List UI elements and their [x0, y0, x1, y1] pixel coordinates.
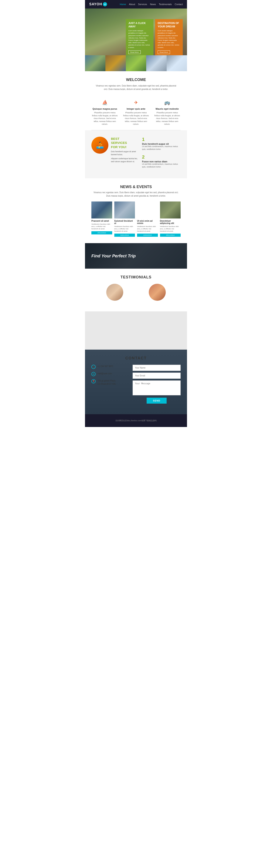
feature-1-text: Phasellus posuere metus finibus nulla fe…: [91, 112, 118, 126]
news-text-3: Vestibulum faucibus nibh arcu, a efficit…: [137, 225, 158, 232]
contact-section: CONTACT 📞 +1 234 567 9871 ✉ mail@user.co…: [85, 350, 187, 410]
hero-card-2: DESTINATION OF YOUR DREAM Cum sociis nat…: [155, 19, 183, 55]
news-img-4: [160, 202, 181, 218]
services-left: 🚣 BEST SERVICES FOR YOU! Duis hendrerit …: [91, 137, 138, 172]
contact-phone: +1 234 567 9871: [97, 365, 113, 368]
hero-card-2-title: DESTINATION OF YOUR DREAM: [158, 22, 180, 28]
feature-2-text: Phasellus posuere metus finibus nulla fe…: [123, 112, 150, 126]
news-card-2: Suismod tincidunt ut Vestibulum faucibus…: [114, 202, 135, 237]
nav-links: Home About Services News Testimonials Co…: [120, 3, 183, 6]
contact-name-input[interactable]: [132, 365, 181, 371]
feature-1: ⛵ Quisque magna purus Phasellus posuere …: [91, 99, 118, 126]
service-item-1: 1 Duis hendrerit augue sit Ut sed felis …: [142, 137, 181, 151]
photo-3: [126, 55, 146, 71]
nav-testimonials[interactable]: Testimonials: [159, 3, 172, 5]
welcome-title: WELCOME: [93, 78, 179, 82]
nav-about[interactable]: About: [129, 3, 135, 5]
send-row: SEND: [132, 398, 181, 404]
hero-card-1-button[interactable]: Read More: [128, 50, 141, 54]
find-trip-heading: Find Your Perfect Trip: [91, 253, 136, 258]
news-text-2: Vestibulum faucibus nibh arcu, a efficit…: [114, 225, 135, 232]
news-img-3: [137, 202, 158, 218]
navbar: SAYOH at Home About Services News Testim…: [85, 0, 187, 8]
feature-3-title: Mauris eget molestie: [154, 107, 181, 110]
welcome-section: WELCOME Vivamus nec egestas sem. Duis li…: [85, 71, 187, 95]
news-title: NEWS & EVENTS: [91, 185, 181, 189]
gray-section: [85, 311, 187, 350]
contact-title: CONTACT: [91, 356, 181, 361]
testimonial-avatar-1: [106, 284, 123, 301]
news-card-3: Ut wisi enim ad minim Vestibulum faucibu…: [137, 202, 158, 237]
news-card-4: Deectetuer adipiscing elit Vestibulum fa…: [160, 202, 181, 237]
contact-address-item: 📍 756 gt globel Place, CD-Road,M 07 435.: [91, 379, 128, 385]
news-date-2[interactable]: 03/01/2014: [114, 234, 135, 237]
contact-address: 756 gt globel Place, CD-Road,M 07 435.: [97, 379, 116, 385]
feature-2-title: Integer quis ante: [123, 107, 150, 110]
nav-home[interactable]: Home: [120, 3, 126, 5]
hero-card-2-button[interactable]: Read More: [158, 50, 170, 54]
news-img-1: [91, 202, 112, 218]
email-icon: ✉: [91, 372, 96, 376]
news-title-1: Praesent sit amet: [91, 220, 112, 222]
services-right: 1 Duis hendrerit augue sit Ut sed felis …: [142, 137, 181, 172]
testimonials-section: TESTIMONIALS: [85, 269, 187, 311]
footer: 访问网页社区bbs.zhenloo.com免费下载精品源码: [85, 414, 187, 427]
nav-services[interactable]: Services: [138, 3, 147, 5]
nav-news[interactable]: News: [150, 3, 156, 5]
boat-icon: ⛵: [100, 99, 109, 106]
testimonial-avatars: [91, 284, 181, 301]
contact-dark-bg: CONTACT 📞 +1 234 567 9871 ✉ mail@user.co…: [85, 350, 187, 414]
service-text-2: Ut sed felis condimentum, maximus metus …: [142, 163, 181, 168]
services-desc2: Aliquam scelerisque lacinia leo, sed rut…: [111, 157, 138, 163]
hero-card-1: JUST A CLICK AWAY Cum sociis natoque pen…: [126, 19, 153, 55]
plane-icon: ✈: [132, 99, 140, 106]
contact-form: SEND: [132, 365, 181, 404]
service-num-2: 2: [142, 154, 181, 160]
hero-card-1-text: Cum sociis natoque penatibus et magnis d…: [128, 30, 151, 49]
feature-3: 🚌 Mauris eget molestie Phasellus posuere…: [154, 99, 181, 126]
contact-inner: 📞 +1 234 567 9871 ✉ mail@user.com 📍 756 …: [91, 365, 181, 404]
services-heading: BEST SERVICES FOR YOU!: [111, 137, 138, 149]
photo-5: [167, 55, 187, 71]
bus-icon: 🚌: [163, 99, 172, 106]
contact-email-input[interactable]: [132, 373, 181, 379]
logo[interactable]: SAYOH at: [89, 2, 107, 6]
footer-watermark: 访问网页社区bbs.zhenloo.com免费下载精品源码: [115, 419, 157, 422]
services-circle-image: 🚣: [91, 137, 109, 154]
send-button[interactable]: SEND: [147, 398, 167, 404]
news-img-2: [114, 202, 135, 218]
feature-3-text: Phasellus posuere metus finibus nulla fe…: [154, 112, 181, 126]
news-date-3[interactable]: 13/03/2015: [137, 234, 158, 237]
news-title-4: Deectetuer adipiscing elit: [160, 220, 181, 224]
testimonials-title: TESTIMONIALS: [91, 275, 181, 279]
hero-card-2-text: Cum sociis natoque penatibus et magnis d…: [158, 30, 180, 49]
news-title-2: Suismod tincidunt ut: [114, 220, 135, 224]
logo-icon: at: [103, 2, 107, 6]
phone-icon: 📞: [91, 365, 96, 369]
contact-email: mail@user.com: [97, 372, 112, 375]
news-intro: Vivamus nec egestas sem. Duis libero dia…: [91, 191, 181, 198]
hero-card-1-title: JUST A CLICK AWAY: [128, 22, 151, 28]
nav-contact[interactable]: Contact: [175, 3, 183, 5]
feature-2: ✈ Integer quis ante Phasellus posuere me…: [123, 99, 150, 126]
hero-cards: JUST A CLICK AWAY Cum sociis natoque pen…: [126, 19, 183, 55]
photo-2: [105, 55, 126, 71]
contact-message-input[interactable]: [132, 380, 181, 395]
news-card-1: Praesent sit amet Vestibulum faucibus ni…: [91, 202, 112, 237]
services-desc1: Duis hendrerit augue sit amet laoreet lu…: [111, 150, 138, 156]
location-icon: 📍: [91, 379, 96, 383]
news-date-1[interactable]: 29/12/2014: [91, 231, 112, 235]
service-item-2: 2 Fusce non varius diam Ut sed felis con…: [142, 154, 181, 168]
contact-info: 📞 +1 234 567 9871 ✉ mail@user.com 📍 756 …: [91, 365, 128, 404]
testimonial-avatar-2: [127, 284, 145, 301]
hero-section: JUST A CLICK AWAY Cum sociis natoque pen…: [85, 8, 187, 55]
features-section: ⛵ Quisque magna purus Phasellus posuere …: [85, 95, 187, 130]
news-date-4[interactable]: 25/11/2014: [160, 234, 181, 237]
service-num-1: 1: [142, 137, 181, 142]
testimonial-avatar-3: [149, 284, 166, 301]
news-text-4: Vestibulum faucibus nibh arcu, a efficit…: [160, 225, 181, 232]
logo-text: SAYOH: [89, 2, 102, 6]
photo-1: [85, 55, 105, 71]
news-section: NEWS & EVENTS Vivamus nec egestas sem. D…: [85, 178, 187, 243]
photo-strip: [85, 55, 187, 71]
